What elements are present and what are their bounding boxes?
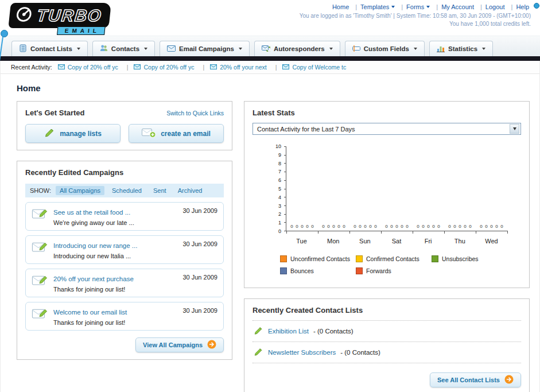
recent-activity-item[interactable]: Copy of Welcome tc	[282, 64, 346, 71]
top-link-help[interactable]: Help	[514, 3, 531, 10]
x-tick-label: Sun	[359, 238, 371, 244]
filter-scheduled[interactable]: Scheduled	[108, 186, 146, 195]
y-tick-label: 9	[278, 152, 281, 158]
chart-value-label: 0	[369, 224, 371, 229]
manage-lists-button[interactable]: manage lists	[25, 124, 121, 143]
chart-value-label: 0	[306, 224, 308, 229]
campaign-row[interactable]: See us at the retail food ... We're givi…	[25, 202, 224, 231]
campaign-subtitle: Introducing our new Italia ...	[53, 253, 137, 259]
logo-subtitle: EMAIL	[57, 26, 106, 35]
dropdown-button[interactable]	[510, 124, 519, 134]
stats-period-select[interactable]: Contact Activity for the Last 7 Days	[252, 123, 521, 135]
contact-lists-icon	[19, 44, 27, 53]
chart-value-label: 0	[385, 224, 387, 229]
campaign-filter-bar: SHOW: All Campaigns Scheduled Sent Archi…	[25, 184, 224, 197]
see-all-contact-lists-button[interactable]: See All Contact Lists	[430, 372, 521, 387]
x-tick-label: Wed	[485, 238, 498, 244]
top-link-logout[interactable]: Logout	[484, 3, 515, 10]
y-tick-label: 1	[278, 220, 281, 226]
chart-value-label: 0	[432, 224, 434, 229]
campaign-title-link[interactable]: Introducing our new range ...	[53, 242, 137, 249]
legend-label: Bounces	[290, 267, 314, 274]
tab-statistics[interactable]: Statistics	[429, 41, 493, 56]
top-bar: TURBO EMAIL Home Templates Forms My Acco…	[0, 0, 540, 36]
pencil-icon	[44, 127, 55, 139]
tab-contact-lists[interactable]: Contact Lists	[11, 41, 88, 56]
y-tick-mark	[284, 222, 286, 223]
recent-activity-item[interactable]: Copy of 20% off yc	[58, 64, 129, 71]
tab-autoresponders[interactable]: Autoresponders	[254, 41, 340, 56]
app-logo[interactable]: TURBO EMAIL	[7, 3, 111, 35]
y-tick-mark	[284, 155, 286, 156]
campaign-title-link[interactable]: See us at the retail food ...	[53, 209, 130, 216]
campaign-edit-icon	[32, 240, 48, 255]
get-started-title: Let's Get Started	[25, 108, 85, 117]
contact-list-link[interactable]: Newsletter Subscribers	[268, 349, 336, 356]
campaign-row[interactable]: Welcome to our email list Thanks for joi…	[25, 302, 224, 331]
legend-swatch	[356, 267, 363, 274]
logo-title: TURBO	[36, 7, 103, 24]
chevron-down-icon	[513, 127, 516, 130]
contact-list-row[interactable]: Newsletter Subscribers - (0 Contacts)	[252, 342, 521, 363]
top-link-templates[interactable]: Templates	[359, 3, 405, 10]
y-tick-label: 4	[278, 195, 281, 200]
campaign-title-link[interactable]: 20% off your next purchase	[53, 275, 134, 282]
y-tick-label: 6	[278, 177, 281, 183]
filter-archived[interactable]: Archived	[174, 186, 207, 195]
chart-value-group: 00000	[290, 224, 313, 229]
tab-email-campaigns[interactable]: Email Campaigns	[160, 41, 250, 56]
get-started-panel: Let's Get Started Switch to Quick Links …	[17, 101, 232, 150]
campaign-edit-icon	[32, 207, 48, 222]
page-title: Home	[17, 83, 523, 93]
campaign-list: See us at the retail food ... We're givi…	[25, 202, 224, 331]
chart-legend: Unconfirmed Contacts Confirmed Contacts …	[280, 255, 521, 280]
chevron-down-icon	[482, 48, 485, 50]
arrow-right-icon	[207, 340, 216, 350]
y-tick-label: 3	[278, 203, 281, 209]
contact-list-link[interactable]: Exhibition List	[268, 328, 309, 335]
legend-label: Unsubscribes	[442, 255, 479, 262]
filter-all-campaigns[interactable]: All Campaigns	[56, 186, 104, 195]
recent-activity-item[interactable]: Copy of 20% off yc	[134, 64, 204, 71]
legend-item: Bounces	[280, 267, 356, 274]
decoration-dot	[534, 3, 539, 9]
filter-sent[interactable]: Sent	[149, 186, 170, 195]
new-email-icon	[142, 127, 156, 139]
campaign-subtitle: Thanks for joining our list!	[53, 286, 134, 293]
top-link-home[interactable]: Home	[331, 3, 359, 10]
show-label: SHOW:	[30, 187, 51, 194]
tab-contacts[interactable]: Contacts	[92, 41, 155, 56]
top-link-forms[interactable]: Forms	[405, 3, 440, 10]
view-all-campaigns-button[interactable]: View All Campaigns	[135, 337, 224, 352]
chart-value-label: 0	[422, 224, 424, 229]
chart-value-label: 0	[301, 224, 303, 229]
y-tick-mark	[284, 214, 286, 215]
chart-value-label: 0	[337, 224, 340, 229]
chart-value-label: 0	[464, 224, 466, 229]
legend-item: Unconfirmed Contacts	[280, 255, 356, 262]
login-info: You are logged in as 'Timothy Smith' | S…	[300, 13, 531, 19]
campaign-title-link[interactable]: Welcome to our email list	[53, 309, 127, 316]
legend-item: Unsubscribes	[432, 255, 507, 262]
campaign-row[interactable]: Introducing our new range ... Introducin…	[25, 235, 224, 264]
chart-value-label: 0	[353, 224, 356, 229]
create-email-button[interactable]: create an email	[129, 124, 224, 143]
x-tick-label: Thu	[454, 238, 465, 244]
top-link-my-account[interactable]: My Account	[440, 3, 484, 10]
arrow-right-icon	[504, 375, 514, 385]
switch-quick-links-link[interactable]: Switch to Quick Links	[166, 110, 224, 117]
chevron-down-icon	[426, 6, 430, 8]
chart-value-label: 0	[290, 224, 293, 229]
recent-activity-item[interactable]: 20% off your next	[210, 64, 277, 71]
contact-list-row[interactable]: Exhibition List - (0 Contacts)	[252, 321, 521, 342]
campaign-row[interactable]: 20% off your next purchase Thanks for jo…	[25, 269, 224, 297]
chart-value-group: 00000	[353, 224, 376, 229]
tab-custom-fields[interactable]: Custom Fields	[345, 41, 425, 56]
chevron-down-icon	[144, 48, 147, 50]
recent-campaigns-panel: Recently Edited Campaigns SHOW: All Camp…	[17, 161, 232, 360]
contacts-icon	[100, 44, 108, 53]
chart-value-label: 0	[490, 224, 492, 229]
pencil-icon	[254, 326, 263, 336]
main-navigation: Contact Lists Contacts Email Campaigns A…	[0, 36, 540, 56]
pencil-icon	[254, 347, 263, 358]
